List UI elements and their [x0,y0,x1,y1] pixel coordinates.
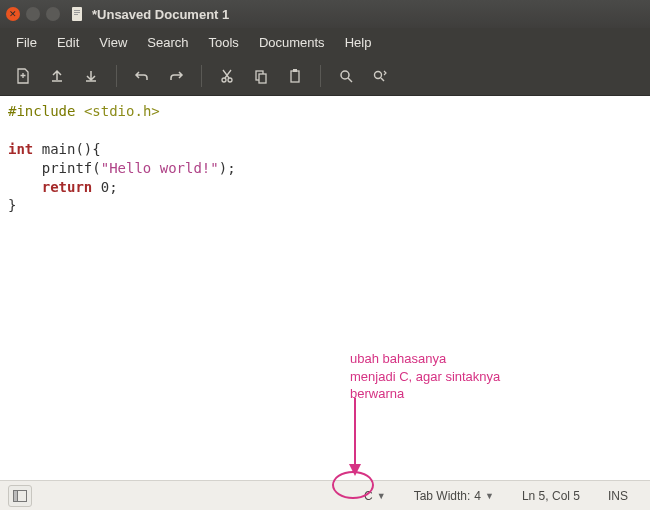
maximize-button[interactable] [46,7,60,21]
statusbar: C ▼ Tab Width: 4 ▼ Ln 5, Col 5 INS [0,480,650,510]
search-button[interactable] [331,61,361,91]
menu-documents[interactable]: Documents [249,31,335,54]
app-icon [70,6,86,22]
svg-rect-1 [74,10,80,11]
menu-edit[interactable]: Edit [47,31,89,54]
code-token: int [8,141,33,157]
toolbar-separator [201,65,202,87]
svg-rect-15 [14,490,18,501]
undo-button[interactable] [127,61,157,91]
chevron-down-icon: ▼ [485,491,494,501]
paste-button[interactable] [280,61,310,91]
code-token: main(){ [33,141,100,157]
tabwidth-label: Tab Width: [414,489,471,503]
insert-mode[interactable]: INS [594,489,642,503]
menubar: File Edit View Search Tools Documents He… [0,28,650,56]
toolbar-separator [116,65,117,87]
titlebar: ✕ *Unsaved Document 1 [0,0,650,28]
close-button[interactable]: ✕ [6,7,20,21]
menu-file[interactable]: File [6,31,47,54]
menu-help[interactable]: Help [335,31,382,54]
svg-rect-8 [291,71,299,82]
redo-button[interactable] [161,61,191,91]
toolbar-separator [320,65,321,87]
svg-point-10 [341,71,349,79]
code-token: printf( [8,160,101,176]
cut-button[interactable] [212,61,242,91]
language-selector[interactable]: C ▼ [350,489,400,503]
svg-point-5 [228,78,232,82]
code-token: ); [219,160,236,176]
menu-tools[interactable]: Tools [199,31,249,54]
code-token: "Hello world!" [101,160,219,176]
code-token: #include [8,103,75,119]
replace-button[interactable] [365,61,395,91]
new-file-button[interactable] [8,61,38,91]
minimize-button[interactable] [26,7,40,21]
menu-search[interactable]: Search [137,31,198,54]
open-file-button[interactable] [42,61,72,91]
chevron-down-icon: ▼ [377,491,386,501]
svg-rect-7 [259,74,266,83]
tab-width-selector[interactable]: Tab Width: 4 ▼ [400,489,508,503]
code-token: } [8,197,16,213]
svg-point-4 [222,78,226,82]
tabwidth-value: 4 [474,489,481,503]
window-title: *Unsaved Document 1 [92,7,229,22]
svg-rect-2 [74,12,80,13]
copy-button[interactable] [246,61,276,91]
cursor-position: Ln 5, Col 5 [508,489,594,503]
code-token: <stdio.h> [84,103,160,119]
svg-rect-3 [74,14,78,15]
code-token: 0; [92,179,117,195]
code-token: return [42,179,93,195]
code-token [8,179,42,195]
editor-area[interactable]: #include <stdio.h> int main(){ printf("H… [0,96,650,480]
svg-rect-9 [293,69,297,72]
menu-view[interactable]: View [89,31,137,54]
save-file-button[interactable] [76,61,106,91]
toolbar [0,56,650,96]
svg-point-11 [375,71,382,78]
language-label: C [364,489,373,503]
side-panel-button[interactable] [8,485,32,507]
